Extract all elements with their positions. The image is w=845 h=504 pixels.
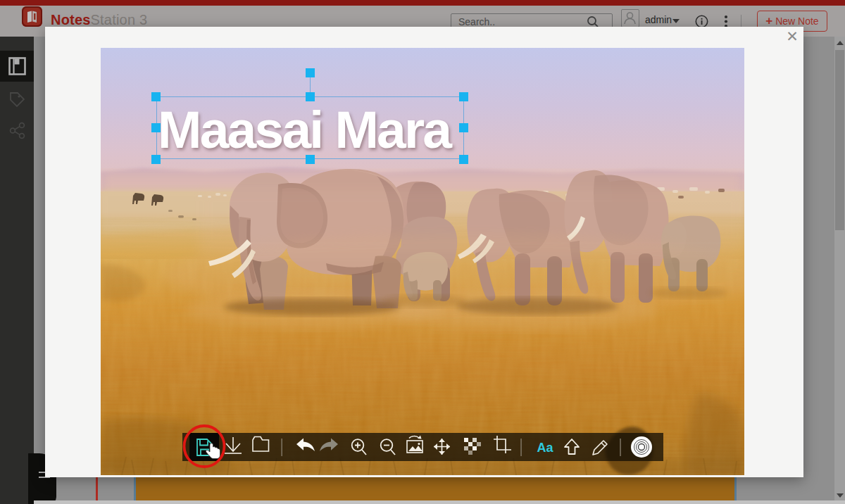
svg-text:Aa: Aa: [537, 441, 553, 455]
